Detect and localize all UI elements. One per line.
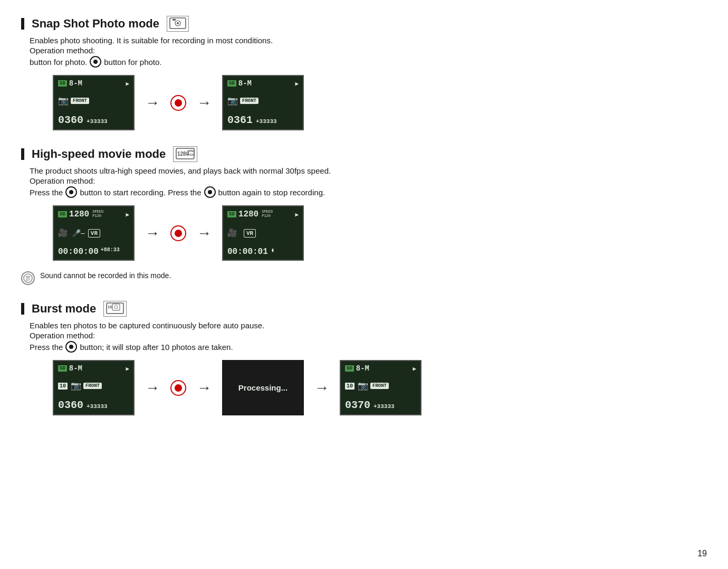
snap-shot-screen-before: SD 8-M ▶ 📷 FRONT 0360 +33333 — [53, 75, 135, 130]
svg-rect-3 — [173, 19, 176, 21]
speed-bot-2: P120 — [262, 214, 273, 219]
burst-press-text: button; it will stop after 10 photos are… — [80, 343, 233, 352]
shutter-button-1[interactable] — [170, 95, 186, 111]
section-marker — [21, 18, 24, 30]
cam-icon-1: 📷 — [58, 96, 69, 106]
burst-mode-icon: 10 — [103, 301, 127, 317]
shutter-button-vid-1[interactable] — [170, 225, 186, 241]
high-speed-press-prefix: Press the — [30, 188, 63, 197]
arrow-burst-2: → — [197, 380, 212, 396]
record-button-icon-1 — [90, 56, 101, 68]
counter-after-1: 0361 — [227, 114, 253, 126]
high-speed-note: Sound cannot be recorded in this mode. — [21, 271, 707, 285]
burst-press: Press the button; it will stop after 10 … — [30, 341, 707, 353]
high-speed-title: High-speed movie mode 1280 SPEED P120 — [21, 146, 707, 162]
shutter-button-burst[interactable] — [170, 380, 186, 396]
battery-burst-1: ▶ — [126, 365, 129, 372]
snap-shot-section: Snap Shot Photo mode Enables photo shoot… — [21, 16, 707, 130]
rec-indicator: ▮ — [271, 247, 274, 257]
burst-badge-before: 10 — [58, 383, 68, 390]
plus-counter-2: +33333 — [256, 118, 277, 125]
section-marker-2 — [21, 148, 24, 160]
size-label-2: 8-M — [238, 79, 252, 88]
battery-icon-2: ▶ — [295, 80, 299, 87]
plus-burst-1: +33333 — [87, 403, 108, 410]
time-after-1: 00:00:01 — [227, 247, 268, 257]
arrow-burst-3: → — [314, 380, 329, 396]
snap-shot-desc: Enables photo shooting. It is suitable f… — [30, 36, 707, 45]
front-badge-burst-1: FRONT — [83, 383, 102, 389]
sd-badge-2: SD — [227, 80, 236, 87]
mic-off-icon-1: 🎤̶ — [72, 229, 85, 238]
burst-diagram: SD 8-M ▶ 10 📷 FRONT 0360 +33333 → → Proc… — [53, 360, 707, 415]
section-marker-3 — [21, 303, 24, 315]
high-speed-screen-after: SD 1280 SPEED P120 ▶ 🎥 VR 00:00:01 ▮ — [222, 205, 304, 261]
snap-shot-title-text: Snap Shot Photo mode — [32, 17, 159, 31]
high-speed-desc: The product shoots ultra-high speed movi… — [30, 166, 707, 175]
burst-badge-after: 10 — [345, 383, 355, 390]
burst-screen-before: SD 8-M ▶ 10 📷 FRONT 0360 +33333 — [53, 360, 135, 415]
cam-icon-2: 📷 — [227, 96, 238, 106]
high-speed-press: Press the button to start recording. Pre… — [30, 186, 707, 198]
counter-burst-before: 0360 — [58, 399, 83, 411]
svg-text:SPEED: SPEED — [187, 149, 195, 153]
front-badge-2: FRONT — [240, 98, 258, 104]
size-label-burst-1: 8-M — [69, 364, 82, 373]
high-speed-op: Operation method: — [30, 176, 707, 185]
page-number: 19 — [697, 549, 707, 558]
record-button-icon-2 — [65, 186, 77, 198]
svg-text:10: 10 — [108, 305, 112, 309]
vr-badge-2: VR — [244, 229, 256, 238]
svg-rect-11 — [26, 279, 30, 280]
cam-icon-burst-2: 📷 — [358, 381, 368, 391]
record-button-icon-3 — [204, 186, 216, 198]
burst-press-prefix: Press the — [30, 343, 63, 352]
high-speed-title-text: High-speed movie mode — [32, 147, 166, 161]
svg-rect-15 — [112, 304, 120, 310]
snap-shot-press: button for photo. button for photo. — [30, 56, 707, 68]
vr-badge-1: VR — [88, 229, 100, 238]
cam-icon-burst-1: 📷 — [71, 381, 81, 391]
sd-badge-burst-2: SD — [345, 365, 354, 372]
processing-text: Processing... — [238, 383, 288, 392]
counter-before-1: 0360 — [58, 114, 83, 126]
time-before-1: 00:00:00 — [58, 247, 99, 257]
time-plus-1: +88:33 — [101, 247, 120, 257]
note-text-1: Sound cannot be recorded in this mode. — [40, 271, 171, 280]
battery-vid-2: ▶ — [295, 211, 299, 218]
svg-rect-12 — [26, 280, 28, 281]
svg-rect-10 — [26, 278, 30, 278]
sd-badge-vid-2: SD — [227, 211, 236, 217]
svg-rect-9 — [26, 276, 30, 277]
res-label-2: 1280 — [238, 210, 258, 219]
plus-burst-2: +33333 — [373, 403, 395, 410]
front-badge-1: FRONT — [71, 98, 89, 104]
svg-text:P120: P120 — [187, 153, 195, 156]
high-speed-section: High-speed movie mode 1280 SPEED P120 Th… — [21, 146, 707, 285]
arrow-vid-2: → — [197, 225, 212, 242]
plus-counter-1: +33333 — [87, 118, 108, 125]
burst-op: Operation method: — [30, 331, 707, 340]
processing-box: Processing... — [222, 360, 304, 415]
snap-shot-op: Operation method: — [30, 46, 707, 55]
vid-cam-icon-2: 🎥 — [227, 228, 237, 238]
high-speed-mode-icon: 1280 SPEED P120 — [173, 146, 197, 162]
snap-shot-press-text: button for photo. — [30, 58, 87, 67]
high-speed-diagram: SD 1280 SPEED P120 ▶ 🎥 🎤̶ VR 00:00:00 +8… — [53, 205, 707, 261]
note-icon-1 — [21, 271, 35, 285]
battery-burst-2: ▶ — [413, 365, 416, 372]
vid-cam-icon-1: 🎥 — [58, 228, 68, 238]
sd-badge-burst-1: SD — [58, 365, 67, 372]
snap-shot-press-suffix: button for photo. — [104, 58, 161, 67]
record-button-icon-4 — [65, 341, 77, 353]
high-speed-press-text: button to start recording. Press the — [80, 188, 201, 197]
snap-shot-mode-icon — [167, 16, 189, 32]
snap-shot-title: Snap Shot Photo mode — [21, 16, 707, 32]
size-label-burst-2: 8-M — [356, 364, 369, 373]
high-speed-screen-before: SD 1280 SPEED P120 ▶ 🎥 🎤̶ VR 00:00:00 +8… — [53, 205, 135, 261]
burst-screen-after: SD 8-M ▶ 10 📷 FRONT 0370 +33333 — [340, 360, 422, 415]
arrow-burst-1: → — [145, 380, 160, 396]
sd-badge-1: SD — [58, 80, 67, 87]
sd-badge-vid-1: SD — [58, 211, 67, 217]
burst-title: Burst mode 10 — [21, 301, 707, 317]
